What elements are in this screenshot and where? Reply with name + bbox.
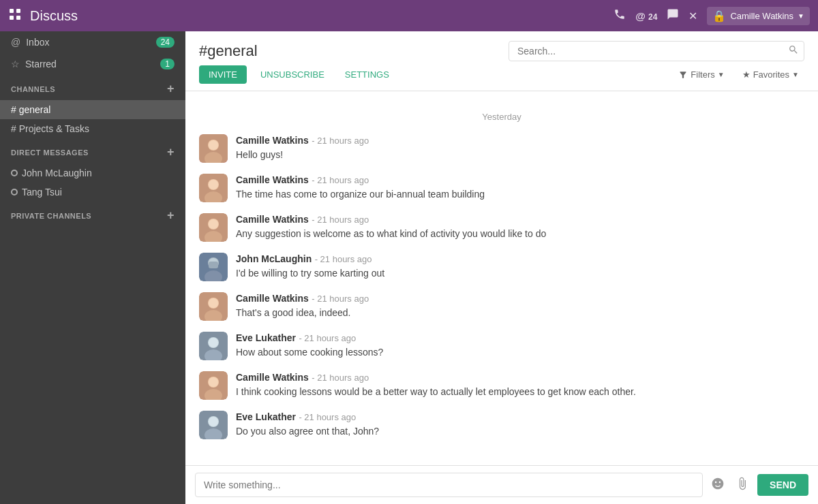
message-time: - 21 hours ago	[312, 136, 369, 146]
chat-icon[interactable]	[667, 8, 679, 23]
attachment-button[interactable]	[733, 474, 752, 497]
channel-projects-label: # Projects & Tasks	[11, 123, 89, 134]
filters-button[interactable]: Filters ▼	[673, 67, 729, 82]
sidebar-item-projects[interactable]: # Projects & Tasks	[0, 119, 185, 138]
message-author: John McLaughin	[236, 253, 312, 264]
online-indicator-tang	[11, 189, 18, 195]
avatar	[199, 332, 228, 360]
date-divider: Yesterday	[199, 112, 804, 122]
svg-point-15	[209, 219, 218, 229]
messages-area: Yesterday Camille Watkins - 21 hours ago	[185, 91, 818, 465]
message-content: Camille Watkins - 21 hours ago Any sugge…	[236, 213, 546, 242]
avatar	[199, 371, 228, 400]
search-bar	[509, 41, 804, 61]
svg-rect-20	[209, 262, 218, 268]
message-author: Eve Lukather	[236, 411, 296, 422]
svg-point-24	[209, 298, 218, 308]
invite-button[interactable]: INVITE	[199, 65, 247, 84]
user-avatar-icon: 🔒	[712, 10, 726, 22]
sidebar-item-inbox[interactable]: @ Inbox 24	[0, 31, 185, 53]
message-text: The time has come to organize our bi-ann…	[236, 188, 485, 202]
svg-rect-0	[10, 9, 14, 13]
user-menu[interactable]: 🔒 Camille Watkins ▼	[707, 7, 810, 25]
navbar: Discuss @ 24 ✕ 🔒 Camille Watkins ▼	[0, 0, 818, 31]
message-meta: Camille Watkins - 21 hours ago	[236, 292, 369, 304]
close-icon[interactable]: ✕	[688, 10, 697, 22]
svg-rect-2	[10, 16, 14, 20]
unsubscribe-button[interactable]: UNSUBSCRIBE	[254, 65, 331, 84]
message-item: Camille Watkins - 21 hours ago I think c…	[199, 371, 804, 400]
message-text: That's a good idea, indeed.	[236, 306, 369, 320]
avatar	[199, 134, 228, 163]
starred-count: 1	[160, 59, 175, 69]
message-content: Camille Watkins - 21 hours ago That's a …	[236, 292, 369, 321]
svg-rect-3	[16, 16, 20, 20]
filters-arrow-icon: ▼	[718, 71, 725, 78]
emoji-button[interactable]	[708, 474, 727, 497]
message-item: Eve Lukather - 21 hours ago Do you also …	[199, 411, 804, 439]
search-icon[interactable]	[788, 44, 799, 58]
send-button[interactable]: SEND	[757, 474, 808, 496]
private-label: PRIVATE CHANNELS	[11, 212, 167, 220]
sidebar-item-general[interactable]: # general	[0, 100, 185, 119]
channel-actions-row: INVITE UNSUBSCRIBE SETTINGS Filters ▼ ★ …	[199, 65, 804, 91]
message-author: Eve Lukather	[236, 332, 296, 343]
message-item: Camille Watkins - 21 hours ago Hello guy…	[199, 134, 804, 163]
favorites-button[interactable]: ★ Favorites ▼	[737, 67, 804, 82]
channel-header: #general INVITE UNSUBSCRIBE SETTINGS Fil…	[185, 31, 818, 91]
avatar	[199, 411, 228, 439]
svg-rect-1	[16, 9, 20, 13]
grid-icon[interactable]	[8, 7, 22, 25]
message-item: Camille Watkins - 21 hours ago That's a …	[199, 292, 804, 321]
avatar	[199, 292, 228, 321]
dm-tang-label: Tang Tsui	[22, 187, 62, 198]
message-text: I think cooking lessons would be a bette…	[236, 385, 636, 399]
phone-icon[interactable]	[614, 8, 626, 23]
add-private-icon[interactable]: +	[167, 208, 175, 223]
message-text: I'd be willing to try some karting out	[236, 267, 384, 281]
filters-label: Filters	[691, 69, 714, 80]
user-dropdown-icon: ▼	[798, 12, 804, 20]
sidebar-item-starred[interactable]: ☆ Starred 1	[0, 53, 185, 75]
message-input[interactable]	[195, 473, 703, 497]
inbox-count: 24	[156, 37, 175, 48]
message-meta: Camille Watkins - 21 hours ago	[236, 134, 369, 146]
message-content: John McLaughin - 21 hours ago I'd be wil…	[236, 253, 384, 281]
message-time: - 21 hours ago	[299, 412, 356, 422]
sidebar-dm-john[interactable]: John McLaughin	[0, 163, 185, 183]
message-meta: Eve Lukather - 21 hours ago	[236, 332, 383, 344]
avatar	[199, 213, 228, 242]
favorites-arrow-icon: ▼	[792, 71, 799, 78]
mention-icon[interactable]: @ 24	[635, 10, 657, 22]
inbox-label: Inbox	[26, 37, 155, 48]
dm-label: DIRECT MESSAGES	[11, 148, 167, 157]
message-time: - 21 hours ago	[315, 254, 372, 264]
add-channel-icon[interactable]: +	[167, 82, 175, 96]
svg-point-32	[209, 377, 218, 387]
message-content: Eve Lukather - 21 hours ago How about so…	[236, 332, 383, 360]
channels-label: CHANNELS	[11, 85, 167, 93]
svg-point-36	[209, 417, 218, 426]
message-content: Camille Watkins - 21 hours ago The time …	[236, 174, 485, 202]
message-author: Camille Watkins	[236, 214, 309, 225]
channel-title: #general	[199, 42, 495, 60]
message-meta: Camille Watkins - 21 hours ago	[236, 371, 636, 383]
message-text: How about some cooking lessons?	[236, 346, 383, 360]
search-input[interactable]	[509, 41, 804, 61]
star-icon: ☆	[11, 59, 20, 69]
channel-general-label: # general	[11, 104, 50, 115]
message-author: Camille Watkins	[236, 174, 309, 185]
add-dm-icon[interactable]: +	[167, 145, 175, 159]
favorites-label: Favorites	[753, 69, 789, 80]
message-author: Camille Watkins	[236, 372, 309, 383]
message-item: John McLaughin - 21 hours ago I'd be wil…	[199, 253, 804, 281]
settings-button[interactable]: SETTINGS	[338, 65, 396, 84]
svg-point-11	[209, 180, 218, 189]
app-title: Discuss	[30, 8, 614, 24]
message-meta: Camille Watkins - 21 hours ago	[236, 174, 485, 186]
svg-point-7	[209, 140, 218, 150]
sidebar-dm-tang[interactable]: Tang Tsui	[0, 183, 185, 202]
message-meta: Camille Watkins - 21 hours ago	[236, 213, 546, 225]
message-author: Camille Watkins	[236, 135, 309, 146]
message-meta: John McLaughin - 21 hours ago	[236, 253, 384, 265]
